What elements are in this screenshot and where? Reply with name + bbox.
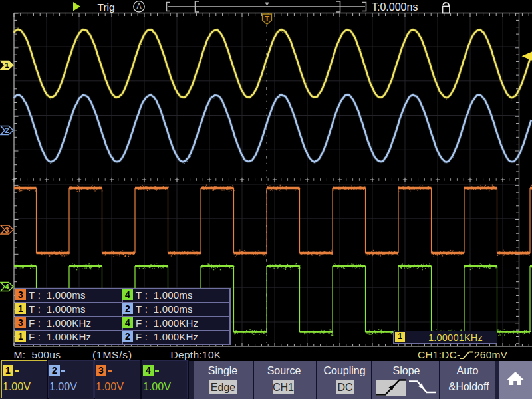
svg-text:3: 3 <box>5 226 9 234</box>
svg-text:Trig: Trig <box>98 1 115 13</box>
svg-text:A: A <box>136 2 142 11</box>
svg-text:T: T <box>265 15 269 23</box>
svg-text:4: 4 <box>5 283 9 291</box>
svg-text:2: 2 <box>5 126 9 134</box>
svg-text:1: 1 <box>5 61 9 69</box>
svg-text:T:0.000ns: T:0.000ns <box>372 1 418 13</box>
